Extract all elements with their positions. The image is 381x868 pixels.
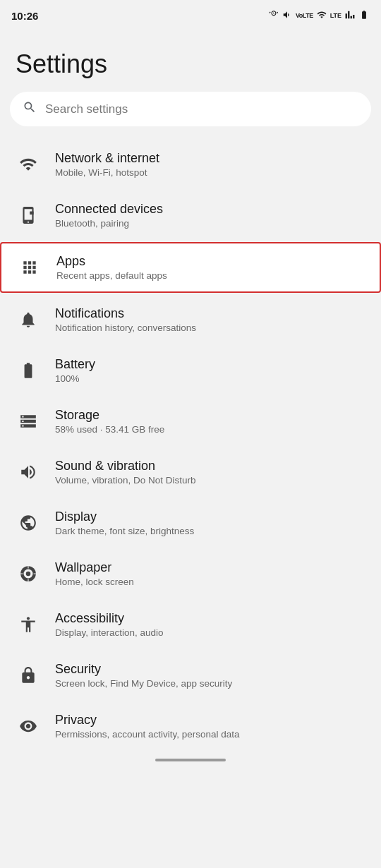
status-time: 10:26 bbox=[11, 10, 38, 22]
battery-icon bbox=[358, 10, 370, 21]
bottom-pill bbox=[155, 759, 226, 761]
storage-text: Storage 58% used · 53.41 GB free bbox=[55, 408, 164, 435]
accessibility-icon bbox=[16, 615, 41, 634]
security-icon bbox=[16, 666, 41, 685]
display-title: Display bbox=[55, 510, 194, 524]
volume-icon bbox=[282, 10, 292, 21]
sound-subtitle: Volume, vibration, Do Not Disturb bbox=[55, 475, 196, 486]
privacy-title: Privacy bbox=[55, 713, 240, 728]
alarm-icon bbox=[269, 10, 279, 21]
connected-devices-title: Connected devices bbox=[55, 202, 163, 217]
connected-devices-text: Connected devices Bluetooth, pairing bbox=[55, 202, 163, 229]
network-subtitle: Mobile, Wi-Fi, hotspot bbox=[55, 167, 159, 178]
search-bar[interactable]: Search settings bbox=[10, 92, 371, 126]
notifications-title: Notifications bbox=[55, 306, 196, 321]
settings-item-sound[interactable]: Sound & vibration Volume, vibration, Do … bbox=[0, 447, 381, 498]
apps-text: Apps Recent apps, default apps bbox=[56, 254, 167, 281]
wifi-settings-icon bbox=[16, 155, 41, 174]
battery-subtitle: 100% bbox=[55, 373, 95, 384]
lte-badge: LTE bbox=[330, 12, 341, 19]
network-title: Network & internet bbox=[55, 151, 159, 166]
apps-icon bbox=[17, 258, 42, 277]
display-icon bbox=[16, 514, 41, 532]
settings-list: Network & internet Mobile, Wi-Fi, hotspo… bbox=[0, 139, 381, 752]
battery-settings-icon bbox=[16, 361, 41, 380]
privacy-text: Privacy Permissions, account activity, p… bbox=[55, 713, 240, 740]
svg-rect-0 bbox=[30, 212, 33, 215]
connected-devices-icon bbox=[16, 206, 41, 224]
apps-title: Apps bbox=[56, 254, 167, 269]
sound-title: Sound & vibration bbox=[55, 459, 196, 474]
settings-item-security[interactable]: Security Screen lock, Find My Device, ap… bbox=[0, 650, 381, 701]
network-text: Network & internet Mobile, Wi-Fi, hotspo… bbox=[55, 151, 159, 178]
status-bar: 10:26 VoLTE LTE bbox=[0, 0, 381, 28]
display-subtitle: Dark theme, font size, brightness bbox=[55, 526, 194, 536]
status-icons: VoLTE LTE bbox=[269, 10, 370, 21]
settings-item-notifications[interactable]: Notifications Notification history, conv… bbox=[0, 294, 381, 345]
settings-item-wallpaper[interactable]: Wallpaper Home, lock screen bbox=[0, 548, 381, 599]
settings-item-storage[interactable]: Storage 58% used · 53.41 GB free bbox=[0, 396, 381, 447]
storage-subtitle: 58% used · 53.41 GB free bbox=[55, 424, 164, 435]
sound-text: Sound & vibration Volume, vibration, Do … bbox=[55, 459, 196, 486]
settings-item-accessibility[interactable]: Accessibility Display, interaction, audi… bbox=[0, 599, 381, 650]
storage-title: Storage bbox=[55, 408, 164, 423]
settings-item-display[interactable]: Display Dark theme, font size, brightnes… bbox=[0, 498, 381, 548]
battery-text: Battery 100% bbox=[55, 357, 95, 384]
lte-icon: VoLTE bbox=[296, 12, 313, 19]
settings-item-apps[interactable]: Apps Recent apps, default apps bbox=[0, 242, 381, 293]
security-text: Security Screen lock, Find My Device, ap… bbox=[55, 662, 232, 689]
privacy-subtitle: Permissions, account activity, personal … bbox=[55, 729, 240, 740]
accessibility-text: Accessibility Display, interaction, audi… bbox=[55, 611, 164, 638]
battery-title: Battery bbox=[55, 357, 95, 372]
storage-icon bbox=[16, 412, 41, 430]
wallpaper-title: Wallpaper bbox=[55, 560, 134, 575]
search-container[interactable]: Search settings bbox=[0, 92, 381, 139]
wallpaper-text: Wallpaper Home, lock screen bbox=[55, 560, 134, 587]
wallpaper-icon bbox=[16, 565, 41, 583]
search-icon bbox=[23, 100, 37, 118]
security-title: Security bbox=[55, 662, 232, 677]
page-title: Settings bbox=[16, 49, 365, 79]
notifications-text: Notifications Notification history, conv… bbox=[55, 306, 196, 333]
settings-item-connected-devices[interactable]: Connected devices Bluetooth, pairing bbox=[0, 190, 381, 241]
page-title-area: Settings bbox=[0, 28, 381, 92]
connected-devices-subtitle: Bluetooth, pairing bbox=[55, 218, 163, 229]
privacy-icon bbox=[16, 717, 41, 735]
bottom-bar bbox=[0, 752, 381, 766]
notifications-icon bbox=[16, 311, 41, 329]
search-input-placeholder[interactable]: Search settings bbox=[45, 102, 128, 116]
svg-point-3 bbox=[26, 572, 31, 577]
settings-item-network[interactable]: Network & internet Mobile, Wi-Fi, hotspo… bbox=[0, 139, 381, 190]
accessibility-subtitle: Display, interaction, audio bbox=[55, 627, 164, 638]
settings-item-privacy[interactable]: Privacy Permissions, account activity, p… bbox=[0, 701, 381, 752]
wifi-icon bbox=[317, 10, 327, 21]
display-text: Display Dark theme, font size, brightnes… bbox=[55, 510, 194, 536]
security-subtitle: Screen lock, Find My Device, app securit… bbox=[55, 678, 232, 689]
wallpaper-subtitle: Home, lock screen bbox=[55, 577, 134, 587]
sound-icon bbox=[16, 463, 41, 481]
notifications-subtitle: Notification history, conversations bbox=[55, 323, 196, 333]
signal-icon bbox=[345, 10, 355, 21]
settings-item-battery[interactable]: Battery 100% bbox=[0, 345, 381, 396]
accessibility-title: Accessibility bbox=[55, 611, 164, 626]
apps-subtitle: Recent apps, default apps bbox=[56, 270, 167, 281]
